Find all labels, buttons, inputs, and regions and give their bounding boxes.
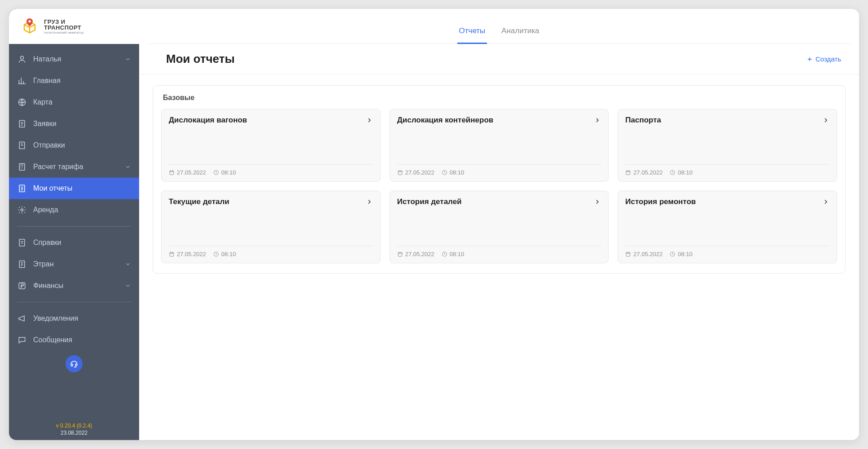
megaphone-icon (17, 314, 27, 323)
clock-icon (213, 251, 219, 257)
sidebar-nav: Наталья Главная Карта (9, 44, 139, 419)
clock-icon (442, 251, 447, 257)
svg-rect-5 (19, 164, 25, 170)
report-card-date: 27.05.2022 (633, 251, 662, 257)
sidebar-item-label: Наталья (33, 55, 118, 63)
chevron-down-icon (125, 56, 131, 62)
report-card-date: 27.05.2022 (177, 251, 206, 257)
globe-icon (17, 97, 27, 107)
calendar-icon (397, 170, 403, 175)
report-card-title: Паспорта (625, 116, 661, 125)
calendar-icon (397, 251, 403, 257)
create-button[interactable]: Создать (802, 52, 846, 65)
sidebar-item-requests[interactable]: Заявки (9, 113, 139, 135)
svg-rect-11 (170, 171, 174, 175)
svg-rect-19 (398, 253, 402, 257)
tab-label: Отчеты (459, 26, 486, 35)
version-footer: v 0.20.4 (0.2.4) 23.08.2022 (9, 419, 139, 440)
sidebar-item-refs[interactable]: Справки (9, 232, 139, 253)
clock-icon (213, 170, 219, 175)
headset-icon (70, 359, 79, 368)
section-label: Базовые (161, 94, 837, 109)
sidebar-item-label: Уведомления (33, 314, 131, 323)
svg-rect-8 (19, 240, 25, 246)
chevron-right-icon (366, 117, 373, 124)
content: Базовые Дислокация вагонов 27.05.2022 08… (139, 74, 859, 284)
svg-rect-15 (626, 171, 630, 175)
sidebar-item-shipments[interactable]: Отправки (9, 135, 139, 156)
document-icon (17, 183, 27, 193)
clock-icon (442, 170, 447, 175)
report-card-meta: 27.05.2022 08:10 (397, 246, 601, 257)
calendar-icon (625, 251, 631, 257)
plus-icon (807, 56, 813, 62)
report-card-meta: 27.05.2022 08:10 (169, 164, 373, 176)
sidebar-item-finance[interactable]: Финансы (9, 275, 139, 296)
report-card-meta: 27.05.2022 08:10 (397, 164, 601, 176)
divider (17, 226, 131, 227)
calendar-icon (625, 170, 631, 175)
report-card[interactable]: Дислокация вагонов 27.05.2022 08:10 (161, 109, 381, 182)
report-card-date: 27.05.2022 (177, 169, 206, 176)
report-card[interactable]: Паспорта 27.05.2022 08:10 (618, 109, 837, 182)
chevron-right-icon (594, 198, 601, 205)
sidebar-item-label: Финансы (33, 282, 118, 290)
report-card-title: Дислокация вагонов (169, 116, 247, 125)
document-icon (17, 238, 27, 248)
app-version: v 0.20.4 (0.2.4) (9, 422, 139, 429)
sidebar-item-tariff[interactable]: Расчет тарифа (9, 156, 139, 178)
sidebar-item-messages[interactable]: Сообщения (9, 329, 139, 351)
report-card-date: 27.05.2022 (405, 251, 434, 257)
tab-reports[interactable]: Отчеты (457, 20, 487, 44)
top-tabs: Отчеты Аналитика (148, 9, 850, 44)
report-card-title: Текущие детали (169, 197, 229, 206)
svg-rect-13 (398, 171, 402, 175)
chevron-down-icon (125, 261, 131, 267)
report-card-title: История деталей (397, 197, 462, 206)
reports-panel: Базовые Дислокация вагонов 27.05.2022 08… (153, 85, 846, 274)
sidebar: ГРУЗ И ТРАНСПОРТ логистический навигатор… (9, 9, 139, 440)
main-area: Отчеты Аналитика Мои отчеты Создать Базо… (139, 9, 859, 440)
support-button[interactable] (66, 355, 83, 372)
chevron-down-icon (125, 283, 131, 289)
report-card-time: 08:10 (450, 251, 465, 257)
document-icon (17, 140, 27, 150)
svg-rect-21 (626, 253, 630, 257)
calendar-icon (169, 251, 175, 257)
report-card-date: 27.05.2022 (633, 169, 662, 176)
sidebar-item-rent[interactable]: Аренда (9, 199, 139, 221)
report-card-meta: 27.05.2022 08:10 (625, 246, 829, 257)
clock-icon (670, 251, 675, 257)
chevron-down-icon (125, 164, 131, 170)
tab-label: Аналитика (501, 26, 539, 35)
sidebar-item-user[interactable]: Наталья (9, 48, 139, 70)
chevron-right-icon (822, 117, 829, 124)
sidebar-item-label: Мои отчеты (33, 184, 131, 192)
report-card[interactable]: Дислокация контейнеров 27.05.2022 08:10 (390, 109, 609, 182)
svg-point-0 (28, 20, 31, 22)
brand-line2: ТРАНСПОРТ (44, 24, 81, 31)
document-icon (17, 119, 27, 129)
message-icon (17, 335, 27, 345)
report-card-time: 08:10 (450, 169, 465, 176)
brand-sub: логистический навигатор (44, 31, 83, 34)
sidebar-item-home[interactable]: Главная (9, 70, 139, 92)
brand-logo-text: ГРУЗ И ТРАНСПОРТ логистический навигатор (44, 19, 83, 35)
sidebar-item-etran[interactable]: Этран (9, 253, 139, 275)
svg-rect-17 (170, 253, 174, 257)
page-title: Мои отчеты (166, 52, 235, 66)
sidebar-item-label: Карта (33, 98, 131, 106)
report-card[interactable]: История ремонтов 27.05.2022 08:10 (618, 191, 837, 263)
chevron-right-icon (366, 198, 373, 205)
sidebar-item-label: Отправки (33, 141, 131, 149)
sidebar-item-label: Аренда (33, 206, 131, 214)
tab-analytics[interactable]: Аналитика (500, 20, 541, 44)
sidebar-item-map[interactable]: Карта (9, 92, 139, 113)
sidebar-item-notifications[interactable]: Уведомления (9, 308, 139, 329)
user-icon (17, 54, 27, 64)
report-card[interactable]: Текущие детали 27.05.2022 08:10 (161, 191, 381, 263)
app-version-date: 23.08.2022 (9, 429, 139, 436)
sidebar-item-reports[interactable]: Мои отчеты (9, 178, 139, 199)
report-card[interactable]: История деталей 27.05.2022 08:10 (390, 191, 609, 263)
report-card-time: 08:10 (678, 251, 693, 257)
